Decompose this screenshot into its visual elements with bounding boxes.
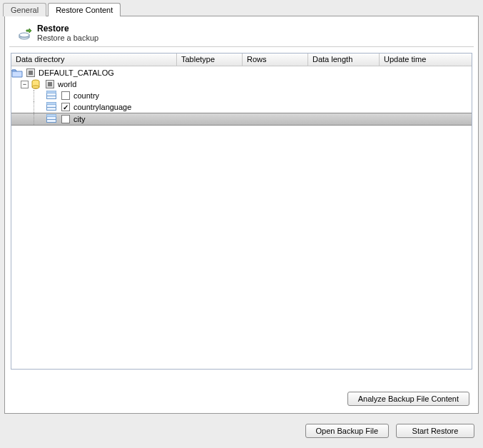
page-title: Restore bbox=[37, 24, 98, 34]
svg-rect-12 bbox=[47, 103, 56, 105]
col-rows[interactable]: Rows bbox=[243, 54, 308, 66]
checkbox-schema[interactable] bbox=[46, 80, 54, 88]
checkbox-table-country[interactable] bbox=[61, 91, 70, 100]
label-table-countrylanguage: countrylanguage bbox=[72, 103, 131, 111]
table-icon bbox=[46, 102, 58, 112]
col-tabletype[interactable]: Tabletype bbox=[177, 54, 243, 66]
col-update-time[interactable]: Update time bbox=[380, 54, 472, 66]
tree-row-table[interactable]: city bbox=[11, 113, 472, 126]
restore-icon bbox=[18, 28, 29, 38]
checkbox-table-countrylanguage[interactable] bbox=[61, 103, 70, 111]
checkbox-table-city[interactable] bbox=[61, 115, 70, 123]
analyze-button[interactable]: Analyze Backup File Content bbox=[347, 392, 469, 406]
start-restore-button[interactable]: Start Restore bbox=[396, 424, 474, 438]
svg-rect-8 bbox=[47, 91, 56, 93]
tree-row-catalog[interactable]: DEFAULT_CATALOG bbox=[11, 67, 472, 78]
tree-row-table[interactable]: countrylanguage bbox=[11, 101, 472, 113]
tab-restore-content[interactable]: Restore Content bbox=[48, 3, 121, 16]
label-table-city: city bbox=[72, 115, 86, 123]
open-backup-button[interactable]: Open Backup File bbox=[305, 424, 389, 438]
tree-list: Data directory Tabletype Rows Data lengt… bbox=[11, 53, 472, 370]
checkbox-catalog[interactable] bbox=[26, 68, 35, 77]
tab-general[interactable]: General bbox=[3, 3, 46, 16]
label-schema: world bbox=[56, 80, 76, 88]
database-icon bbox=[31, 79, 42, 89]
col-data-length[interactable]: Data length bbox=[308, 54, 380, 66]
page-subtitle: Restore a backup bbox=[37, 34, 98, 42]
table-icon bbox=[46, 91, 58, 101]
label-catalog: DEFAULT_CATALOG bbox=[37, 68, 114, 77]
tree-row-schema[interactable]: world bbox=[11, 78, 472, 90]
restore-panel: Restore Restore a backup Data directory … bbox=[4, 16, 479, 414]
folder-icon bbox=[11, 68, 23, 78]
column-headers: Data directory Tabletype Rows Data lengt… bbox=[11, 54, 472, 66]
svg-rect-16 bbox=[47, 115, 56, 117]
expander-schema[interactable] bbox=[21, 81, 29, 88]
table-icon bbox=[46, 114, 58, 124]
tree-row-table[interactable]: country bbox=[11, 90, 472, 101]
svg-point-2 bbox=[19, 33, 29, 37]
label-table-country: country bbox=[72, 91, 99, 100]
col-data-directory[interactable]: Data directory bbox=[11, 54, 177, 66]
